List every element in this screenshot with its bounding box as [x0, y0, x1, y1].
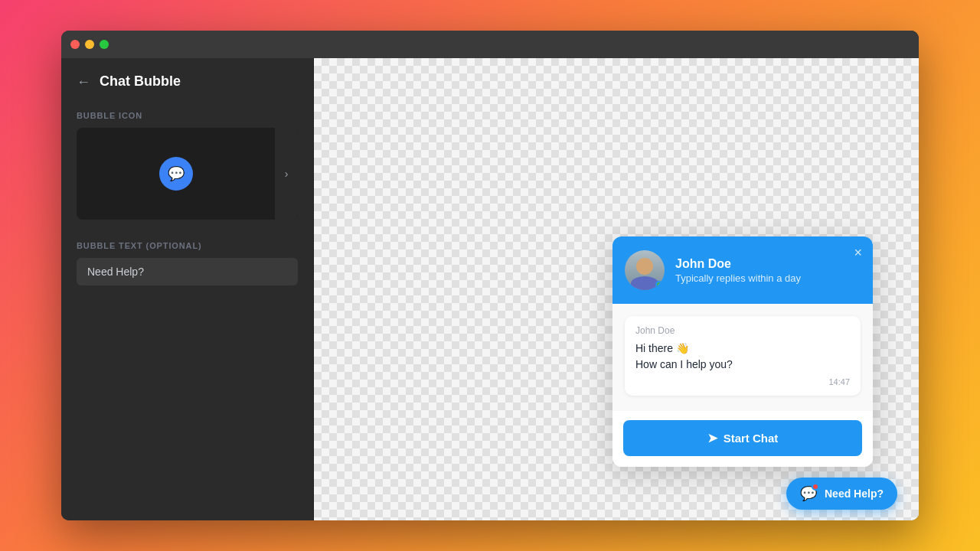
- message-line1: Hi there 👋: [635, 341, 850, 357]
- browser-titlebar: [61, 31, 919, 58]
- start-chat-label: Start Chat: [724, 432, 779, 445]
- message-sender: John Doe: [635, 325, 850, 336]
- notification-dot: [812, 483, 819, 491]
- close-popup-button[interactable]: ×: [854, 246, 862, 259]
- bubble-icon-wrapper: 💬: [800, 485, 817, 502]
- traffic-light-green[interactable]: [100, 40, 109, 49]
- agent-info: John Doe Typically replies within a day: [675, 257, 861, 284]
- bubble-icon-area: 💬 ›: [77, 128, 298, 220]
- bubble-text-input[interactable]: [77, 258, 298, 285]
- floating-chat-bubble[interactable]: 💬 Need Help?: [786, 478, 897, 510]
- message-bubble: John Doe Hi there 👋 How can I help you? …: [625, 316, 861, 396]
- left-panel: ← Chat Bubble BUBBLE ICON 💬 › BUBBLE TEX…: [61, 58, 314, 520]
- chat-popup-header: John Doe Typically replies within a day …: [612, 236, 873, 304]
- online-status-dot: [655, 281, 663, 289]
- chat-footer: ➤ Start Chat: [612, 411, 873, 467]
- right-panel: John Doe Typically replies within a day …: [314, 58, 919, 520]
- panel-title: Chat Bubble: [100, 73, 181, 90]
- agent-name: John Doe: [675, 257, 861, 271]
- bubble-text-section-label: BUBBLE TEXT (OPTIONAL): [77, 241, 298, 250]
- chevron-right-icon: ›: [285, 168, 289, 180]
- traffic-light-red[interactable]: [70, 40, 80, 49]
- chat-body: John Doe Hi there 👋 How can I help you? …: [612, 304, 873, 411]
- back-button[interactable]: ←: [77, 75, 90, 89]
- start-chat-button[interactable]: ➤ Start Chat: [623, 420, 862, 456]
- message-line2: How can I help you?: [635, 357, 850, 373]
- bubble-icon: 💬: [159, 157, 193, 191]
- traffic-light-yellow[interactable]: [85, 40, 94, 49]
- agent-avatar: [625, 250, 665, 290]
- chat-popup: John Doe Typically replies within a day …: [612, 236, 873, 467]
- bubble-icon-section-label: BUBBLE ICON: [77, 111, 298, 120]
- floating-bubble-label: Need Help?: [825, 487, 884, 500]
- panel-header: ← Chat Bubble: [77, 73, 298, 90]
- chat-dots-icon: 💬: [168, 165, 185, 182]
- bubble-icon-preview: 💬: [77, 157, 275, 191]
- browser-body: ← Chat Bubble BUBBLE ICON 💬 › BUBBLE TEX…: [61, 58, 919, 520]
- avatar-body: [631, 276, 658, 290]
- agent-status: Typically replies within a day: [675, 272, 861, 284]
- browser-window: ← Chat Bubble BUBBLE ICON 💬 › BUBBLE TEX…: [61, 31, 919, 520]
- message-time: 14:47: [635, 377, 850, 386]
- send-icon: ➤: [707, 431, 717, 445]
- carousel-next-arrow[interactable]: ›: [275, 128, 298, 220]
- avatar-head: [636, 258, 653, 275]
